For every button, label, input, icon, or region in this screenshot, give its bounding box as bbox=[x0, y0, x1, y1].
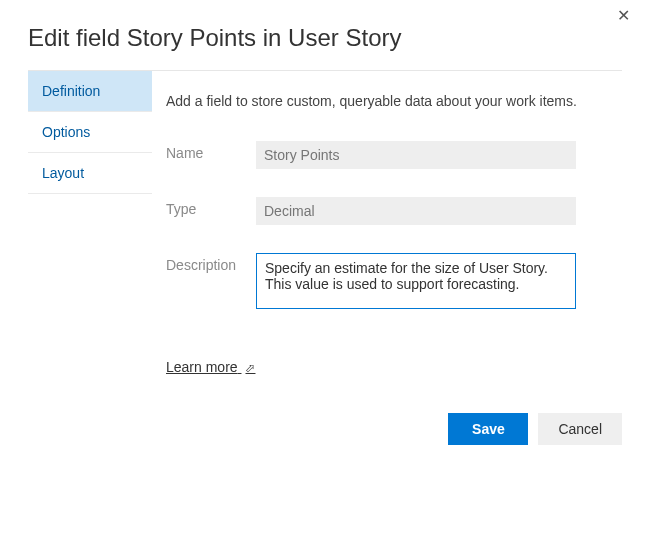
save-button[interactable]: Save bbox=[448, 413, 528, 445]
sidebar-item-definition[interactable]: Definition bbox=[28, 71, 152, 112]
name-field bbox=[256, 141, 576, 169]
intro-text: Add a field to store custom, queryable d… bbox=[166, 93, 622, 109]
name-label: Name bbox=[166, 141, 256, 169]
sidebar: Definition Options Layout bbox=[28, 71, 152, 405]
learn-more-link[interactable]: Learn more ⬀ bbox=[166, 359, 255, 375]
type-label: Type bbox=[166, 197, 256, 225]
description-field[interactable] bbox=[256, 253, 576, 309]
external-link-icon: ⬀ bbox=[245, 361, 255, 375]
cancel-button[interactable]: Cancel bbox=[538, 413, 622, 445]
sidebar-item-layout[interactable]: Layout bbox=[28, 153, 152, 194]
close-icon[interactable]: ✕ bbox=[617, 8, 630, 24]
footer: Save Cancel bbox=[0, 405, 648, 445]
sidebar-item-options[interactable]: Options bbox=[28, 112, 152, 153]
main-panel: Add a field to store custom, queryable d… bbox=[152, 71, 648, 405]
page-title: Edit field Story Points in User Story bbox=[0, 0, 648, 70]
learn-more-label: Learn more bbox=[166, 359, 238, 375]
type-field bbox=[256, 197, 576, 225]
description-label: Description bbox=[166, 253, 256, 309]
